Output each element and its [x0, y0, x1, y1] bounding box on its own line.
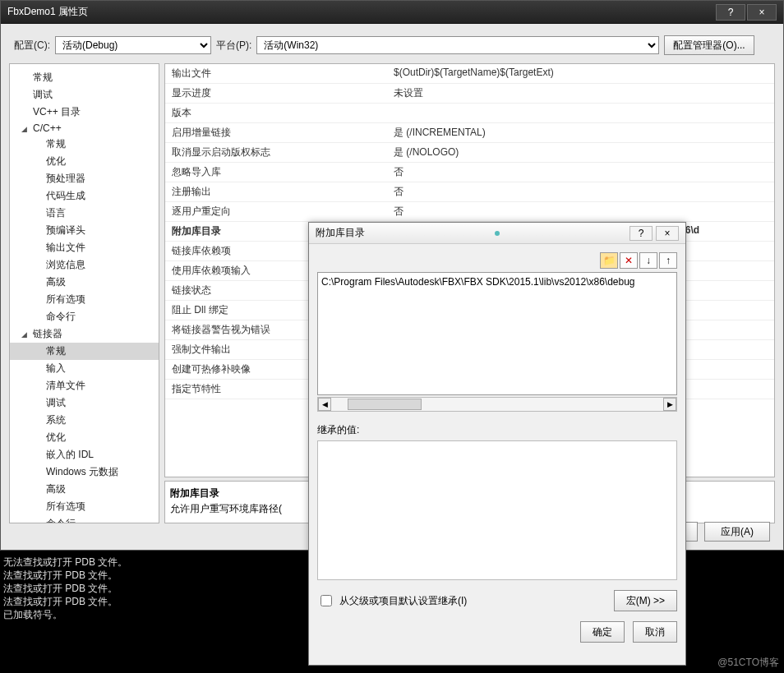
tree-item[interactable]: 所有选项: [10, 291, 159, 308]
tree-item[interactable]: 代码生成: [10, 187, 159, 205]
property-name: 启用增量链接: [165, 123, 387, 142]
popup-title-bar: 附加库目录 ? ×: [309, 223, 685, 244]
tree-item[interactable]: 常规: [10, 69, 159, 86]
list-toolbar: 📁 ✕ ↓ ↑: [317, 252, 677, 269]
tree-item[interactable]: 系统: [10, 412, 159, 429]
config-toolbar: 配置(C): 活动(Debug) 平台(P): 活动(Win32) 配置管理器(…: [9, 32, 775, 58]
platform-combo[interactable]: 活动(Win32): [256, 36, 659, 54]
tree-item[interactable]: 常规: [10, 343, 159, 360]
property-name: 显示进度: [165, 84, 387, 103]
property-value[interactable]: 否: [387, 202, 774, 221]
property-value[interactable]: [387, 104, 774, 122]
property-value[interactable]: 是 (/INCREMENTAL): [387, 123, 774, 142]
inherit-checkbox-label: 从父级或项目默认设置继承(I): [339, 594, 467, 608]
property-name: 逐用户重定向: [165, 202, 387, 221]
tree-item[interactable]: VC++ 目录: [10, 104, 159, 121]
property-name: 注册输出: [165, 182, 387, 201]
property-row[interactable]: 逐用户重定向否: [165, 202, 774, 222]
tree-item[interactable]: 高级: [10, 274, 159, 291]
property-row[interactable]: 显示进度未设置: [165, 84, 774, 104]
move-down-icon[interactable]: ↓: [639, 252, 657, 269]
property-value[interactable]: 是 (/NOLOGO): [387, 143, 774, 162]
property-row[interactable]: 注册输出否: [165, 182, 774, 202]
title-bar: FbxDemo1 属性页 ? ×: [1, 1, 783, 24]
tree-item[interactable]: 调试: [10, 394, 159, 412]
window-title: FbxDemo1 属性页: [7, 5, 88, 19]
inherited-values-box: [317, 440, 677, 580]
tree-item[interactable]: 浏览信息: [10, 256, 159, 274]
property-name: 忽略导入库: [165, 163, 387, 182]
property-value[interactable]: 否: [387, 163, 774, 182]
popup-help-button[interactable]: ?: [630, 226, 653, 241]
config-manager-button[interactable]: 配置管理器(O)...: [664, 35, 754, 55]
tree-item[interactable]: 链接器: [10, 325, 159, 343]
tree-item[interactable]: 语言: [10, 205, 159, 222]
list-item[interactable]: C:\Program Files\Autodesk\FBX\FBX SDK\20…: [321, 276, 673, 288]
tree-item[interactable]: 命令行: [10, 308, 159, 325]
tree-item[interactable]: Windows 元数据: [10, 463, 159, 481]
scroll-left-icon[interactable]: ◀: [318, 398, 331, 411]
scroll-right-icon[interactable]: ▶: [663, 398, 676, 411]
credit: @51CTO博客: [717, 656, 779, 670]
property-value[interactable]: 否: [387, 182, 774, 201]
selection-dot-icon: [495, 231, 500, 236]
help-button[interactable]: ?: [716, 4, 745, 21]
popup-ok-button[interactable]: 确定: [580, 621, 625, 643]
scroll-thumb[interactable]: [348, 399, 422, 410]
property-name: 取消显示启动版权标志: [165, 143, 387, 162]
delete-icon[interactable]: ✕: [620, 252, 638, 269]
additional-lib-dirs-dialog: 附加库目录 ? × 📁 ✕ ↓ ↑ C:\Program Files\Autod…: [308, 222, 686, 666]
tree-item[interactable]: 清单文件: [10, 377, 159, 394]
popup-close-button[interactable]: ×: [656, 226, 679, 241]
directory-list[interactable]: C:\Program Files\Autodesk\FBX\FBX SDK\20…: [317, 272, 677, 395]
tree-item[interactable]: 优化: [10, 429, 159, 446]
tree-item[interactable]: 优化: [10, 153, 159, 170]
tree-item[interactable]: 命令行: [10, 515, 159, 523]
popup-title: 附加库目录: [316, 226, 365, 240]
inherited-label: 继承的值:: [317, 423, 677, 437]
scroll-track[interactable]: [331, 398, 663, 411]
tree-item[interactable]: C/C++: [10, 121, 159, 136]
tree-item[interactable]: 预编译头: [10, 222, 159, 239]
close-button[interactable]: ×: [747, 4, 777, 21]
tree-item[interactable]: 嵌入的 IDL: [10, 446, 159, 463]
property-row[interactable]: 忽略导入库否: [165, 163, 774, 182]
inherit-checkbox-input[interactable]: [321, 595, 332, 606]
tree-item[interactable]: 调试: [10, 86, 159, 104]
property-name: 输出文件: [165, 64, 387, 83]
config-label: 配置(C):: [14, 39, 50, 53]
inherit-checkbox[interactable]: 从父级或项目默认设置继承(I): [317, 592, 467, 609]
tree-item[interactable]: 输出文件: [10, 239, 159, 256]
tree-item[interactable]: 预处理器: [10, 170, 159, 187]
category-tree[interactable]: 常规调试VC++ 目录C/C++常规优化预处理器代码生成语言预编译头输出文件浏览…: [9, 63, 159, 523]
property-row[interactable]: 版本: [165, 104, 774, 123]
tree-item[interactable]: 常规: [10, 136, 159, 153]
macros-button[interactable]: 宏(M) >>: [614, 590, 677, 611]
property-name: 版本: [165, 104, 387, 122]
platform-label: 平台(P):: [216, 39, 251, 53]
horizontal-scrollbar[interactable]: ◀ ▶: [317, 397, 677, 412]
tree-item[interactable]: 输入: [10, 360, 159, 377]
tree-item[interactable]: 高级: [10, 481, 159, 498]
apply-button[interactable]: 应用(A): [704, 522, 770, 542]
property-value[interactable]: 未设置: [387, 84, 774, 103]
config-combo[interactable]: 活动(Debug): [55, 36, 211, 54]
tree-item[interactable]: 所有选项: [10, 498, 159, 515]
move-up-icon[interactable]: ↑: [659, 252, 677, 269]
property-row[interactable]: 输出文件$(OutDir)$(TargetName)$(TargetExt): [165, 64, 774, 84]
property-value[interactable]: $(OutDir)$(TargetName)$(TargetExt): [387, 64, 774, 83]
new-folder-icon[interactable]: 📁: [600, 252, 618, 269]
popup-cancel-button[interactable]: 取消: [633, 621, 677, 643]
property-row[interactable]: 取消显示启动版权标志是 (/NOLOGO): [165, 143, 774, 163]
property-row[interactable]: 启用增量链接是 (/INCREMENTAL): [165, 123, 774, 143]
